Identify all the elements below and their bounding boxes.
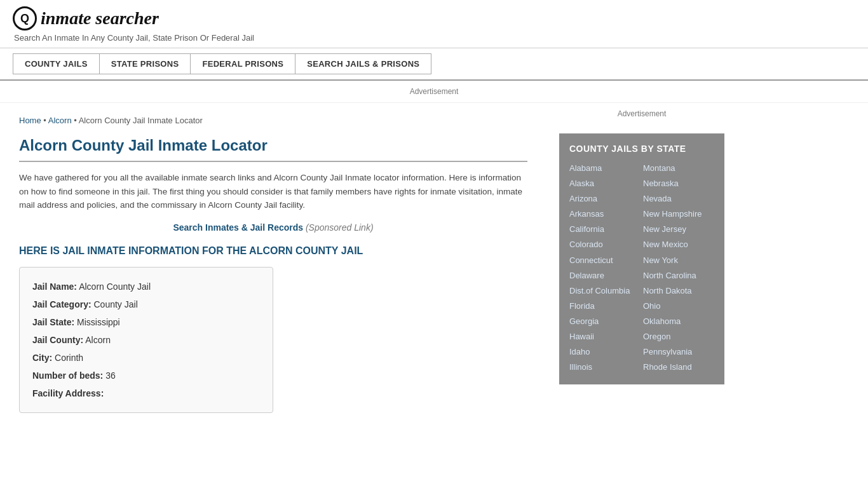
state-link[interactable]: New Mexico <box>643 238 714 252</box>
state-link[interactable]: Florida <box>569 299 641 313</box>
section-heading: HERE IS JAIL INMATE INFORMATION FOR THE … <box>19 245 527 257</box>
main-nav: COUNTY JAILS STATE PRISONS FEDERAL PRISO… <box>0 48 868 81</box>
breadcrumb: Home • Alcorn • Alcorn County Jail Inmat… <box>19 116 527 125</box>
state-link[interactable]: Connecticut <box>569 254 641 268</box>
nav-item-county-jails[interactable]: COUNTY JAILS <box>13 53 99 74</box>
state-link[interactable]: Montana <box>643 161 714 175</box>
beds-value: 36 <box>105 370 116 381</box>
state-link[interactable]: Arkansas <box>569 207 641 221</box>
state-link[interactable]: Dist.of Columbia <box>569 284 641 298</box>
info-card: Jail Name: Alcorn County Jail Jail Categ… <box>19 267 273 413</box>
jail-county-value: Alcorn <box>85 335 111 345</box>
field-jail-category: Jail Category: County Jail <box>32 295 260 313</box>
breadcrumb-separator-2: • <box>74 116 78 125</box>
tagline: Search An Inmate In Any County Jail, Sta… <box>14 33 855 43</box>
sponsored-link-section: Search Inmates & Jail Records (Sponsored… <box>19 222 527 233</box>
nav-link-federal-prisons[interactable]: FEDERAL PRISONS <box>190 53 295 74</box>
jail-county-label: Jail County: <box>32 335 83 345</box>
nav-list: COUNTY JAILS STATE PRISONS FEDERAL PRISO… <box>13 53 855 74</box>
description: We have gathered for you all the availab… <box>19 171 527 212</box>
state-link[interactable]: California <box>569 222 641 236</box>
breadcrumb-current: Alcorn County Jail Inmate Locator <box>79 116 203 125</box>
main-content: Home • Alcorn • Alcorn County Jail Inmat… <box>0 103 546 426</box>
breadcrumb-separator-1: • <box>43 116 48 125</box>
state-link[interactable]: Ohio <box>643 299 714 313</box>
jail-state-value: Mississippi <box>77 317 120 327</box>
field-beds: Number of beds: 36 <box>32 367 260 384</box>
city-label: City: <box>32 353 52 363</box>
state-link[interactable]: Oregon <box>643 330 714 344</box>
main-layout: Home • Alcorn • Alcorn County Jail Inmat… <box>0 103 868 426</box>
state-link[interactable]: Nevada <box>643 192 714 206</box>
sponsored-suffix: (Sponsored Link) <box>306 222 374 233</box>
state-link[interactable]: Alaska <box>569 177 641 191</box>
logo-area: Q inmate searcher <box>13 6 855 30</box>
jail-name-label: Jail Name: <box>32 281 77 292</box>
page-title: Alcorn County Jail Inmate Locator <box>19 137 527 162</box>
field-city: City: Corinth <box>32 349 260 367</box>
site-title: inmate searcher <box>41 8 159 29</box>
jail-name-value: Alcorn County Jail <box>79 281 151 292</box>
sidebar-ad: Advertisement <box>559 109 724 125</box>
state-link[interactable]: New Jersey <box>643 222 714 236</box>
state-link[interactable]: Georgia <box>569 315 641 329</box>
field-jail-county: Jail County: Alcorn <box>32 331 260 349</box>
jail-category-label: Jail Category: <box>32 299 92 309</box>
sponsored-link[interactable]: Search Inmates & Jail Records <box>173 222 303 233</box>
state-link[interactable]: North Carolina <box>643 269 714 283</box>
nav-item-state-prisons[interactable]: STATE PRISONS <box>99 53 191 74</box>
state-link[interactable]: Colorado <box>569 238 641 252</box>
breadcrumb-parent[interactable]: Alcorn <box>48 116 72 125</box>
nav-link-search[interactable]: SEARCH JAILS & PRISONS <box>295 53 431 74</box>
jail-state-label: Jail State: <box>32 317 74 327</box>
state-link[interactable]: Rhode Island <box>643 360 714 374</box>
nav-link-county-jails[interactable]: COUNTY JAILS <box>13 53 100 74</box>
state-link[interactable]: Hawaii <box>569 330 641 344</box>
nav-item-search[interactable]: SEARCH JAILS & PRISONS <box>295 53 431 74</box>
city-value: Corinth <box>55 353 83 363</box>
beds-label: Number of beds: <box>32 370 103 381</box>
states-grid: AlabamaMontanaAlaskaNebraskaArizonaNevad… <box>569 161 714 374</box>
jail-category-value: County Jail <box>93 299 137 309</box>
state-link[interactable]: North Dakota <box>643 284 714 298</box>
ad-bar: Advertisement <box>0 81 868 103</box>
sidebar: Advertisement COUNTY JAILS BY STATE Alab… <box>546 103 737 426</box>
state-link[interactable]: Illinois <box>569 360 641 374</box>
logo-icon: Q <box>13 6 37 30</box>
state-link[interactable]: New York <box>643 254 714 268</box>
breadcrumb-home[interactable]: Home <box>19 116 41 125</box>
state-link[interactable]: Arizona <box>569 192 641 206</box>
county-jails-title: COUNTY JAILS BY STATE <box>569 144 714 154</box>
nav-link-state-prisons[interactable]: STATE PRISONS <box>99 53 191 74</box>
county-jails-box: COUNTY JAILS BY STATE AlabamaMontanaAlas… <box>559 133 724 384</box>
state-link[interactable]: New Hampshire <box>643 207 714 221</box>
field-jail-state: Jail State: Mississippi <box>32 313 260 331</box>
address-label: Facility Address: <box>32 388 104 398</box>
nav-item-federal-prisons[interactable]: FEDERAL PRISONS <box>190 53 295 74</box>
field-jail-name: Jail Name: Alcorn County Jail <box>32 278 260 295</box>
field-address: Facility Address: <box>32 384 260 402</box>
state-link[interactable]: Delaware <box>569 269 641 283</box>
site-header: Q inmate searcher Search An Inmate In An… <box>0 0 868 48</box>
state-link[interactable]: Idaho <box>569 345 641 359</box>
state-link[interactable]: Pennsylvania <box>643 345 714 359</box>
state-link[interactable]: Nebraska <box>643 177 714 191</box>
state-link[interactable]: Oklahoma <box>643 315 714 329</box>
state-link[interactable]: Alabama <box>569 161 641 175</box>
